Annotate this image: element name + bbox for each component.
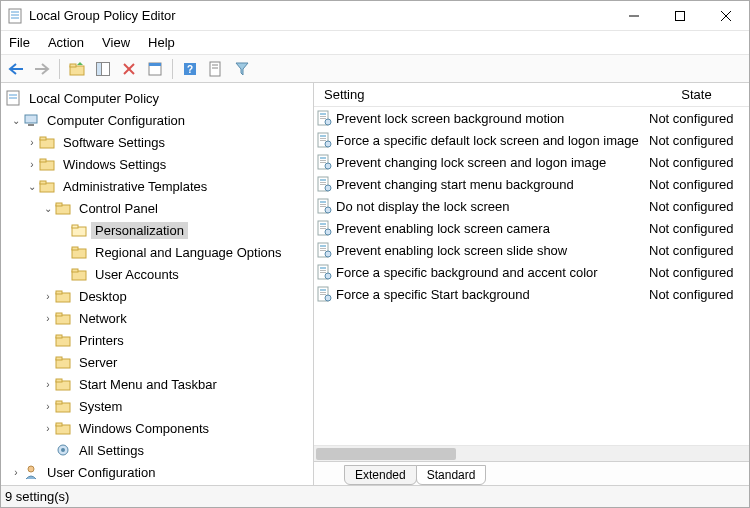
- svg-rect-9: [70, 64, 76, 67]
- tree-label: Network: [75, 310, 131, 327]
- tree-root[interactable]: Local Computer Policy: [1, 87, 313, 109]
- tree-label: Windows Components: [75, 420, 213, 437]
- svg-rect-43: [56, 313, 62, 316]
- main-area: Local Computer Policy ⌄ Computer Configu…: [1, 83, 749, 485]
- horizontal-scrollbar[interactable]: [314, 445, 749, 461]
- tree-computer-config[interactable]: ⌄ Computer Configuration: [1, 109, 313, 131]
- filter-button[interactable]: [231, 58, 253, 80]
- menu-action[interactable]: Action: [46, 33, 86, 52]
- header-setting[interactable]: Setting: [314, 87, 644, 102]
- svg-rect-5: [676, 11, 685, 20]
- list-item[interactable]: Prevent enabling lock screen cameraNot c…: [314, 217, 749, 239]
- tree-label: Software Settings: [59, 134, 169, 151]
- policy-item-icon: [316, 110, 332, 126]
- list-item-name: Do not display the lock screen: [336, 199, 649, 214]
- collapse-icon[interactable]: ⌄: [25, 179, 39, 193]
- list-item-name: Force a specific background and accent c…: [336, 265, 649, 280]
- menu-help[interactable]: Help: [146, 33, 177, 52]
- list-item-state: Not configured: [649, 243, 749, 258]
- delete-button[interactable]: [118, 58, 140, 80]
- tree-software-settings[interactable]: ›Software Settings: [1, 131, 313, 153]
- svg-point-71: [325, 163, 331, 169]
- menu-file[interactable]: File: [7, 33, 32, 52]
- menu-view[interactable]: View: [100, 33, 132, 52]
- list-item[interactable]: Do not display the lock screenNot config…: [314, 195, 749, 217]
- tree-all-settings[interactable]: All Settings: [1, 439, 313, 461]
- back-button[interactable]: [5, 58, 27, 80]
- tab-extended[interactable]: Extended: [344, 465, 417, 485]
- expand-icon[interactable]: ›: [9, 465, 23, 479]
- expand-icon[interactable]: ›: [25, 135, 39, 149]
- collapse-icon[interactable]: ⌄: [9, 113, 23, 127]
- svg-point-61: [325, 119, 331, 125]
- svg-rect-45: [56, 335, 62, 338]
- tree-user-config[interactable]: › User Configuration: [1, 461, 313, 483]
- tree-user-accounts[interactable]: User Accounts: [1, 263, 313, 285]
- expand-icon[interactable]: ›: [25, 157, 39, 171]
- tree-network[interactable]: ›Network: [1, 307, 313, 329]
- tree-control-panel[interactable]: ⌄Control Panel: [1, 197, 313, 219]
- tree-server[interactable]: Server: [1, 351, 313, 373]
- export-button[interactable]: [205, 58, 227, 80]
- tree-windows-settings[interactable]: ›Windows Settings: [1, 153, 313, 175]
- folder-icon: [55, 376, 71, 392]
- svg-point-101: [325, 295, 331, 301]
- svg-rect-94: [320, 270, 326, 271]
- folder-icon: [39, 134, 55, 150]
- minimize-button[interactable]: [611, 1, 657, 30]
- tree-desktop[interactable]: ›Desktop: [1, 285, 313, 307]
- close-button[interactable]: [703, 1, 749, 30]
- collapse-icon[interactable]: ⌄: [41, 201, 55, 215]
- tree-windows-components[interactable]: ›Windows Components: [1, 417, 313, 439]
- tree-label: Computer Configuration: [43, 112, 189, 129]
- tree-label: User Accounts: [91, 266, 183, 283]
- tree-printers[interactable]: Printers: [1, 329, 313, 351]
- svg-rect-63: [320, 135, 326, 137]
- tree-label: Control Panel: [75, 200, 162, 217]
- header-state[interactable]: State: [644, 87, 749, 102]
- folder-icon: [71, 244, 87, 260]
- svg-rect-27: [40, 137, 46, 140]
- list-item[interactable]: Prevent enabling lock screen slide showN…: [314, 239, 749, 261]
- list-item[interactable]: Prevent changing lock screen and logon i…: [314, 151, 749, 173]
- up-button[interactable]: [66, 58, 88, 80]
- show-hide-tree-button[interactable]: [92, 58, 114, 80]
- svg-point-66: [325, 141, 331, 147]
- scroll-thumb[interactable]: [316, 448, 456, 460]
- maximize-button[interactable]: [657, 1, 703, 30]
- list-item-name: Prevent changing lock screen and logon i…: [336, 155, 649, 170]
- svg-rect-83: [320, 223, 326, 225]
- menubar: File Action View Help: [1, 31, 749, 55]
- help-button[interactable]: ?: [179, 58, 201, 80]
- svg-rect-65: [320, 140, 326, 141]
- list-header: Setting State: [314, 83, 749, 107]
- list-item-state: Not configured: [649, 111, 749, 126]
- svg-rect-70: [320, 162, 326, 163]
- tree-label: Administrative Templates: [59, 178, 211, 195]
- tree-personalization[interactable]: Personalization: [1, 219, 313, 241]
- list-item[interactable]: Force a specific default lock screen and…: [314, 129, 749, 151]
- details-panel: Setting State Prevent lock screen backgr…: [314, 83, 749, 485]
- expand-icon[interactable]: ›: [41, 289, 55, 303]
- properties-button[interactable]: [144, 58, 166, 80]
- tree-startmenu[interactable]: ›Start Menu and Taskbar: [1, 373, 313, 395]
- folder-icon: [55, 200, 71, 216]
- tree-admin-templates[interactable]: ⌄Administrative Templates: [1, 175, 313, 197]
- tab-standard[interactable]: Standard: [416, 465, 487, 485]
- svg-rect-59: [320, 116, 326, 117]
- policy-item-icon: [316, 220, 332, 236]
- tree-system[interactable]: ›System: [1, 395, 313, 417]
- forward-button[interactable]: [31, 58, 53, 80]
- list-item[interactable]: Prevent lock screen background motionNot…: [314, 107, 749, 129]
- toolbar-separator: [172, 59, 173, 79]
- expand-icon[interactable]: ›: [41, 377, 55, 391]
- expand-icon[interactable]: ›: [41, 421, 55, 435]
- list-item[interactable]: Force a specific background and accent c…: [314, 261, 749, 283]
- expand-icon[interactable]: ›: [41, 399, 55, 413]
- expand-icon[interactable]: ›: [41, 311, 55, 325]
- settings-icon: [55, 442, 71, 458]
- list-item[interactable]: Force a specific Start backgroundNot con…: [314, 283, 749, 305]
- tree-regional[interactable]: Regional and Language Options: [1, 241, 313, 263]
- folder-icon: [55, 288, 71, 304]
- list-item[interactable]: Prevent changing start menu backgroundNo…: [314, 173, 749, 195]
